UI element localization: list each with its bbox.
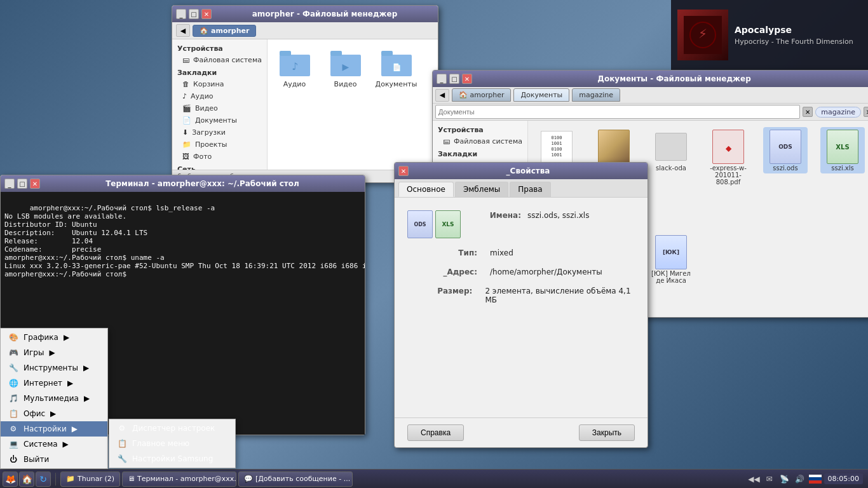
fm-docs-minimize-btn[interactable]: _ bbox=[437, 74, 447, 84]
games-icon: 🎮 bbox=[8, 348, 18, 357]
terminal-close-btn[interactable]: ✕ bbox=[30, 179, 40, 189]
fm-main-minimize-btn[interactable]: _ bbox=[176, 9, 186, 19]
file-item-documents[interactable]: 📄 Документы bbox=[376, 46, 417, 91]
ctx-item-logout[interactable]: ⏻ Выйти bbox=[1, 452, 107, 467]
settings-icon: ⚙ bbox=[8, 424, 18, 433]
props-address-value: /home/amorpher/Документы bbox=[490, 268, 602, 276]
file-thumb-sszi-ods[interactable]: ODS sszi.ods bbox=[763, 127, 808, 173]
props-tab-emblems[interactable]: Эмблемы bbox=[455, 182, 508, 197]
ctx-item-games[interactable]: 🎮 Игры ▶ bbox=[1, 345, 107, 360]
terminal-titlebar[interactable]: _ □ ✕ Терминал - amorpher@xxx: ~/.Рабочи… bbox=[1, 175, 365, 192]
terminal-task-label: Терминал - amorpher@xxx... bbox=[137, 475, 236, 483]
fm-docs-home-tab[interactable]: 🏠 amorpher bbox=[452, 88, 511, 102]
file-label-audio: Аудио bbox=[283, 80, 306, 88]
file-thumb-slack-oda[interactable]: slack-oda bbox=[649, 127, 693, 173]
fm-main-maximize-btn[interactable]: □ bbox=[189, 9, 199, 19]
tray-prev-btn[interactable]: ◀◀ bbox=[748, 473, 761, 485]
file-thumb-pdf[interactable]: ⬥ -express-w-201011-808.pdf bbox=[706, 127, 750, 187]
taskbar-sep-1 bbox=[55, 473, 56, 485]
ctx-item-multimedia[interactable]: 🎵 Мультимедиа ▶ bbox=[1, 391, 107, 406]
folder-docs-icon: 📄 bbox=[381, 48, 412, 79]
submenu-arrow-internet: ▶ bbox=[67, 379, 73, 388]
folder-audio-icon: ♪ bbox=[280, 48, 310, 79]
submenu-arrow-graphics: ▶ bbox=[64, 333, 69, 342]
file-label-ods: sszi.ods bbox=[773, 165, 797, 172]
sidebar-item-filesystem[interactable]: 🖴 Файловая система bbox=[172, 54, 267, 66]
samsung-icon: 🔧 bbox=[117, 454, 127, 463]
svg-text:▶: ▶ bbox=[342, 62, 349, 72]
file-label-documents: Документы bbox=[376, 80, 417, 88]
file-label-video: Видео bbox=[334, 80, 357, 88]
terminal-minimize-btn[interactable]: _ bbox=[4, 179, 15, 189]
taskbar-task-msg[interactable]: 💬 [Добавить сообщение - ... bbox=[238, 471, 353, 487]
taskbar-browser-btn[interactable]: 🦊 bbox=[3, 471, 18, 487]
svg-rect-7 bbox=[330, 51, 342, 56]
svg-text:📄: 📄 bbox=[391, 62, 401, 72]
taskbar-task-thunar[interactable]: 📁 Thunar (2) bbox=[60, 471, 120, 487]
fm-docs-titlebar[interactable]: _ □ ✕ Документы - Файловый менеджер bbox=[433, 71, 868, 87]
sidebar-item-photo[interactable]: 🖼 Фото bbox=[172, 151, 267, 163]
fm-docs-docs-tab[interactable]: Документы bbox=[513, 88, 569, 102]
submenu-arrow-office: ▶ bbox=[50, 409, 56, 418]
tray-mail-icon[interactable]: ✉ bbox=[763, 473, 776, 485]
props-close-btn[interactable]: ✕ bbox=[398, 166, 409, 176]
props-tab-main[interactable]: Основное bbox=[398, 182, 454, 197]
sidebar-item-video[interactable]: 🎬 Видео bbox=[172, 102, 267, 114]
sidebar-item-downloads[interactable]: ⬇ Загрузки bbox=[172, 126, 267, 139]
sidebar-item-trash[interactable]: 🗑 Корзина bbox=[172, 78, 267, 90]
sidebar-item-projects[interactable]: 📁 Проекты bbox=[172, 139, 267, 151]
fm-docs-controls[interactable]: _ □ ✕ bbox=[437, 74, 472, 84]
taskbar-start-area: 🦊 🏠 ↻ bbox=[0, 471, 53, 487]
fm-back-btn[interactable]: ◀ bbox=[176, 24, 190, 37]
file-label-pdf: -express-w-201011-808.pdf bbox=[708, 165, 749, 186]
ctx-item-tools[interactable]: 🔧 Инструменты ▶ bbox=[1, 360, 107, 376]
terminal-controls[interactable]: _ □ ✕ bbox=[4, 179, 40, 189]
docs-search-clear-btn[interactable]: ✕ bbox=[803, 107, 813, 117]
fm-docs-back-btn[interactable]: ◀ bbox=[435, 89, 449, 102]
fm-docs-close-btn[interactable]: ✕ bbox=[462, 74, 472, 84]
ctx-item-internet[interactable]: 🌐 Интернет ▶ bbox=[1, 376, 107, 391]
props-controls[interactable]: ✕ bbox=[398, 166, 409, 176]
fm-location-btn[interactable]: 🏠 amorpher bbox=[193, 25, 256, 37]
internet-icon: 🌐 bbox=[8, 379, 18, 388]
ctx-item-graphics[interactable]: 🎨 Графика ▶ bbox=[1, 330, 107, 345]
docs-search-input[interactable] bbox=[435, 105, 800, 119]
tray-time[interactable]: 08:05:00 bbox=[824, 473, 863, 484]
docs-filter-tag[interactable]: magazine bbox=[815, 107, 861, 118]
taskbar-home-btn[interactable]: 🏠 bbox=[19, 471, 34, 487]
fm-main-titlebar[interactable]: _ □ ✕ amorpher - Файловый менеджер bbox=[172, 6, 438, 22]
terminal-maximize-btn[interactable]: □ bbox=[17, 179, 27, 189]
fm-docs-magazine-tab[interactable]: magazine bbox=[572, 88, 620, 102]
ctx-item-settings[interactable]: ⚙ Настройки ▶ ⚙ Диспетчер настроек 📋 Гла… bbox=[1, 421, 107, 437]
fm-main-controls[interactable]: _ □ ✕ bbox=[176, 9, 212, 19]
submenu-item-settings-manager[interactable]: ⚙ Диспетчер настроек bbox=[109, 421, 235, 436]
music-cover-art: ⚡ bbox=[677, 10, 728, 60]
props-help-btn[interactable]: Справка bbox=[407, 424, 464, 441]
fm-main-close-btn[interactable]: ✕ bbox=[201, 9, 212, 19]
file-item-audio[interactable]: ♪ Аудио bbox=[274, 46, 315, 91]
props-titlebar[interactable]: ✕ _Свойства bbox=[395, 163, 648, 179]
submenu-item-main-menu[interactable]: 📋 Главное меню bbox=[109, 436, 235, 451]
fm-docs-devices-label: Устройства bbox=[433, 123, 527, 135]
taskbar-task-terminal[interactable]: 🖥 Терминал - amorpher@xxx... bbox=[122, 471, 236, 487]
props-title: _Свойства bbox=[412, 166, 644, 175]
submenu-item-samsung[interactable]: 🔧 Настройки Samsung bbox=[109, 451, 235, 466]
docs-sidebar-filesystem[interactable]: 🖴 Файловая система bbox=[433, 135, 527, 147]
taskbar: 🦊 🏠 ↻ 📁 Thunar (2) 🖥 Терминал - amorpher… bbox=[0, 469, 868, 488]
docs-filter-clear-btn[interactable]: ✕ bbox=[864, 107, 868, 117]
fm-docs-maximize-btn[interactable]: □ bbox=[449, 74, 459, 84]
ctx-item-system[interactable]: 💻 Система ▶ bbox=[1, 437, 107, 452]
props-tab-rights[interactable]: Права bbox=[510, 182, 550, 197]
taskbar-update-btn[interactable]: ↻ bbox=[36, 471, 51, 487]
file-item-video[interactable]: ▶ Видео bbox=[325, 46, 366, 91]
tray-network-icon[interactable]: 📡 bbox=[778, 473, 791, 485]
tray-lang-flag[interactable] bbox=[809, 473, 822, 485]
props-close-action-btn[interactable]: Закрыть bbox=[579, 424, 635, 441]
sidebar-item-documents[interactable]: 📄 Документы bbox=[172, 114, 267, 126]
ctx-item-office[interactable]: 📋 Офис ▶ bbox=[1, 406, 107, 421]
sidebar-item-audio[interactable]: ♪ Аудио bbox=[172, 90, 267, 102]
file-thumb-miguel[interactable]: [ЮК] [ЮК] Мигел де Икаса bbox=[649, 233, 693, 286]
fm-docs-bookmarks-label: Закладки bbox=[433, 147, 527, 159]
file-thumb-sszi-xls[interactable]: XLS sszi.xls bbox=[820, 127, 865, 173]
tray-volume-icon[interactable]: 🔊 bbox=[794, 473, 806, 485]
